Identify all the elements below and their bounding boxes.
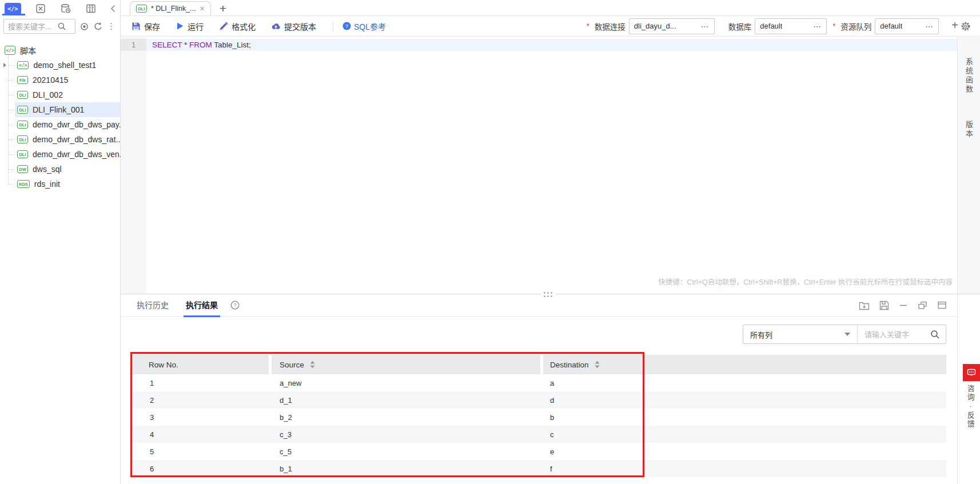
feedback-button[interactable]: [963, 364, 980, 381]
sql-code-editor[interactable]: 1 SELECT * FROM Table_List; 快捷键：Ctrl+Q自动…: [121, 37, 957, 294]
export-folder-icon[interactable]: [859, 301, 870, 310]
tree-item[interactable]: Flk20210415: [15, 73, 120, 87]
settings-gear-icon[interactable]: [961, 21, 971, 31]
save-label: 保存: [144, 21, 160, 32]
new-tab-button[interactable]: +: [220, 3, 226, 14]
column-header-label: Destination: [550, 361, 589, 369]
table-row[interactable]: 6b_1f: [132, 460, 946, 477]
more-ellipsis-button[interactable]: ⋯: [813, 22, 822, 31]
tree-item[interactable]: DLIdemo_dwr_db_dws_pay...: [15, 117, 120, 132]
tree-item-label: 20210415: [33, 75, 68, 85]
search-input[interactable]: [8, 22, 57, 31]
search-icon[interactable]: [57, 22, 66, 31]
more-ellipsis-button[interactable]: ⋯: [701, 22, 710, 31]
vertical-tab[interactable]: 版本: [963, 121, 974, 139]
tab-execution-result[interactable]: 执行结果: [186, 294, 218, 317]
submit-version-button[interactable]: 提交版本: [271, 21, 316, 32]
filter-search-icon[interactable]: [930, 329, 946, 339]
tree-item[interactable]: DLIdemo_dwr_db_dws_rat...: [15, 132, 120, 147]
tab-execution-history[interactable]: 执行历史: [137, 294, 169, 317]
table-cell: 4: [132, 426, 272, 443]
save-result-icon[interactable]: [879, 301, 889, 310]
tree-root-scripts[interactable]: </> 脚本: [0, 43, 120, 58]
tab-title: * DLI_Flink_...: [151, 5, 196, 13]
table-row[interactable]: 3b_2b: [132, 409, 946, 426]
right-strip-bottom: 咨询·反馈: [958, 294, 980, 484]
tree-item-label: demo_dwr_db_dws_ven...: [33, 150, 126, 159]
vertical-tab[interactable]: 系统函数: [963, 58, 974, 94]
results-help-icon[interactable]: ?: [230, 301, 240, 310]
save-button[interactable]: 保存: [132, 21, 160, 32]
add-resource-button[interactable]: +: [951, 19, 958, 32]
table-row[interactable]: 5c_5e: [132, 443, 946, 460]
refresh-icon[interactable]: [93, 22, 103, 31]
more-options-icon[interactable]: ⋮: [107, 23, 115, 29]
submit-version-label: 提交版本: [284, 21, 316, 32]
tab-close-icon[interactable]: ×: [200, 5, 205, 13]
sql-reference-label: SQL参考: [354, 21, 386, 32]
toolbar-field: *资源队列default⋯: [832, 18, 939, 34]
script-type-badge: DLI: [17, 135, 28, 143]
table-cell: b: [543, 409, 946, 426]
connection-settings-group: *数据连接dli_dayu_d...⋯数据库default⋯*资源队列defau…: [587, 18, 947, 34]
tree-item[interactable]: DLIDLI_002: [15, 87, 120, 102]
table-cell: a_new: [272, 374, 543, 391]
active-rail-indicator: [2, 14, 25, 15]
tab-dli-flink[interactable]: DLI * DLI_Flink_... ×: [130, 1, 211, 15]
results-filter-row: 所有列: [121, 317, 957, 355]
cloud-upload-icon: [271, 22, 281, 31]
column-select-value: 所有列: [750, 329, 772, 340]
tree-item[interactable]: RDSrds_init: [15, 177, 120, 191]
data-store-rail-icon[interactable]: [60, 3, 71, 14]
tree-item[interactable]: DWdws_sql: [15, 162, 120, 177]
field-select[interactable]: default⋯: [755, 18, 827, 34]
field-label: 资源队列: [840, 21, 871, 32]
tree-item[interactable]: </>demo_shell_test1: [15, 58, 120, 73]
restore-panel-icon[interactable]: [918, 301, 927, 310]
column-header: Row No.: [132, 355, 269, 374]
script-type-badge: RDS: [17, 180, 30, 188]
expand-arrow-icon[interactable]: [3, 63, 6, 67]
code-line-1[interactable]: SELECT * FROM Table_List;: [146, 39, 957, 51]
column-header[interactable]: Destination: [543, 355, 946, 374]
code-editor-rail-icon[interactable]: </>: [5, 3, 21, 15]
collapse-sidebar-chevron[interactable]: [110, 5, 115, 13]
sql-reference-link[interactable]: ? SQL参考: [342, 21, 386, 32]
tree-item-label: demo_dwr_db_dws_pay...: [33, 120, 125, 129]
table-cell: 5: [132, 443, 272, 460]
table-cell: c_5: [272, 443, 543, 460]
table-cell: d: [543, 391, 946, 409]
sort-icon[interactable]: [595, 361, 600, 369]
tree-item[interactable]: DLIdemo_dwr_db_dws_ven...: [15, 147, 120, 162]
save-icon: [132, 22, 141, 31]
table-cell: 2: [132, 391, 272, 409]
feedback-label[interactable]: 咨询·反馈: [965, 385, 976, 429]
script-type-badge: DW: [17, 165, 28, 173]
keyword-filter-input[interactable]: [858, 325, 930, 343]
table-cell: c_3: [272, 426, 543, 443]
column-filter-control: 所有列: [743, 325, 946, 344]
sort-icon[interactable]: [310, 361, 315, 369]
script-job-rail-icon[interactable]: [35, 3, 46, 14]
tree-root-label: 脚本: [20, 45, 36, 56]
minimize-panel-icon[interactable]: [899, 301, 908, 310]
tree-item-label: dws_sql: [33, 165, 62, 174]
column-select-dropdown[interactable]: 所有列: [743, 325, 858, 343]
format-button[interactable]: 格式化: [219, 21, 256, 32]
table-row[interactable]: 2d_1d: [132, 391, 946, 409]
toolbar-separator: [333, 22, 333, 31]
table-grid-rail-icon[interactable]: [85, 3, 97, 14]
run-button[interactable]: 运行: [176, 21, 204, 32]
table-row[interactable]: 1a_newa: [132, 374, 946, 391]
field-label: 数据库: [728, 21, 752, 32]
field-select[interactable]: default⋯: [875, 18, 939, 34]
script-type-badge: </>: [17, 61, 29, 69]
table-row[interactable]: 4c_3c: [132, 426, 946, 443]
locate-icon[interactable]: [79, 22, 89, 31]
code-segment: Table_List;: [212, 41, 251, 49]
more-ellipsis-button[interactable]: ⋯: [925, 22, 934, 31]
maximize-panel-icon[interactable]: [937, 301, 947, 310]
tree-item[interactable]: DLIDLI_Flink_001: [15, 102, 120, 117]
field-select[interactable]: dli_dayu_d...⋯: [629, 18, 715, 34]
column-header[interactable]: Source: [272, 355, 540, 374]
